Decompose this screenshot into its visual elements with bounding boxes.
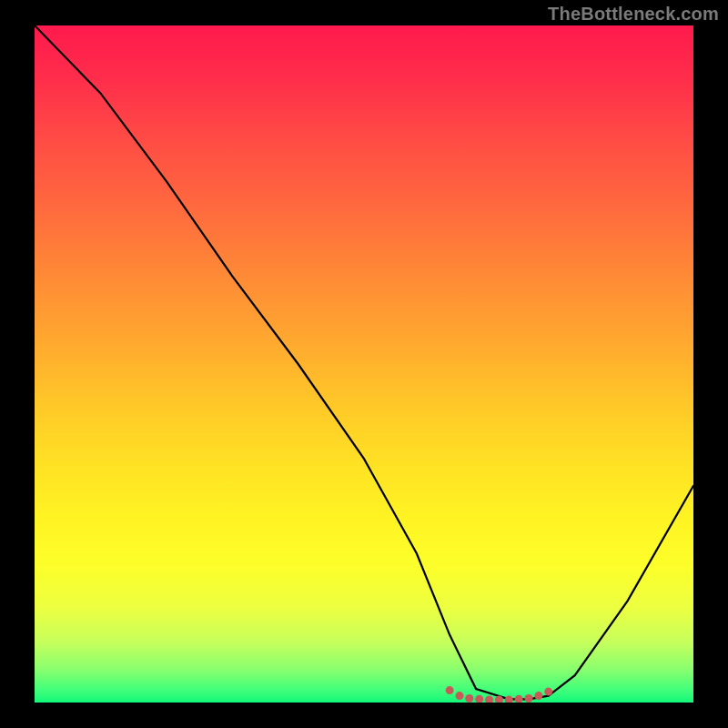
marker-dot — [446, 686, 454, 694]
marker-dot — [456, 692, 464, 700]
curve-svg — [35, 25, 693, 703]
marker-dot — [485, 696, 493, 703]
marker-dot — [475, 695, 483, 703]
chart-frame: TheBottleneck.com — [0, 0, 728, 728]
marker-dot — [465, 694, 473, 703]
marker-dot — [515, 695, 523, 703]
marker-dot — [505, 696, 513, 703]
watermark-text: TheBottleneck.com — [548, 4, 719, 25]
marker-dot — [544, 688, 552, 696]
plot-area — [35, 25, 693, 703]
marker-dot — [525, 694, 533, 703]
bottleneck-marker — [446, 686, 553, 703]
bottleneck-curve — [35, 25, 693, 699]
marker-dot — [534, 692, 542, 700]
